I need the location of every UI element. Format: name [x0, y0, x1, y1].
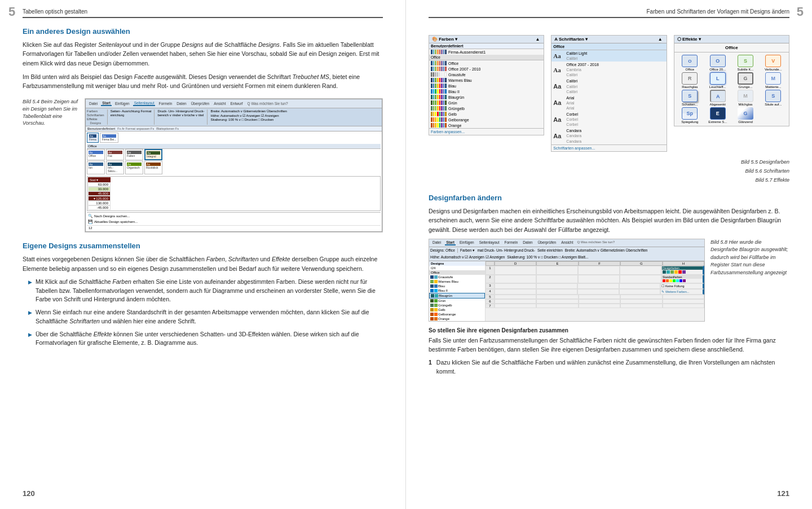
colors-panel-title: 🎨 Farben ▾	[432, 37, 457, 42]
gelborange-label: Gelborange	[448, 118, 469, 122]
font-corbel-details: Corbel Corbel Corbel	[566, 112, 578, 127]
design-office: Aa Office	[87, 149, 105, 160]
fig58-tab-ueberpruefen: Überprüfen	[537, 240, 558, 245]
effect-extremes[interactable]: E Extreme S...	[704, 107, 731, 124]
fig58-col-headers: D E F G H	[486, 261, 704, 266]
effects-panel-title: ⬡ Effekte ▾	[677, 37, 701, 42]
colors-firma[interactable]: Firma-Aussendienst1	[429, 49, 544, 55]
design-ion: Aa Ion	[87, 161, 105, 174]
font-office2007[interactable]: Aa Office 2007 - 2018 Cambria Calibri	[551, 62, 666, 78]
font-office-item[interactable]: Aa Calibri Light Calibri	[551, 50, 666, 62]
colors-scroll-up[interactable]: ▲	[534, 37, 541, 42]
colors-panel-header: 🎨 Farben ▾ ▲	[429, 36, 544, 43]
effect-subtile[interactable]: S Subtile K...	[732, 55, 758, 71]
design-row: Benutzerdefiniert Fx Ar Format anpassen …	[86, 126, 382, 131]
colors-gruengelb[interactable]: Grüngelb	[429, 106, 544, 111]
gelb-label: Gelb	[448, 112, 457, 116]
font-calibri-details: Calibri Calibri Calibri	[566, 78, 577, 94]
colors-blaugruen[interactable]: Blaugrün	[429, 94, 544, 100]
orange-swatch	[431, 123, 447, 128]
colors-office2007[interactable]: Office 2007 - 2010	[429, 66, 544, 72]
effect-rauchglas[interactable]: R Rauchglas	[677, 72, 703, 89]
excel-table-preview: Süd ▾ 63.000 33.000 45.000 ▾ 125.000 130…	[87, 176, 381, 211]
blau2-swatch	[431, 89, 447, 94]
effect-office[interactable]: O Office	[677, 55, 703, 71]
colors-graustufe[interactable]: Graustufe	[429, 72, 544, 77]
section2-heading: Eigene Designs zusammenstellen	[23, 242, 383, 250]
fonts-anpassen-link[interactable]: Schriftarten anpassen...	[551, 144, 666, 151]
effect-leuchteff[interactable]: L Leuchteff...	[704, 72, 731, 89]
fig58-data-row5: 5	[486, 295, 704, 299]
effect-milchglas[interactable]: M Milchglas	[732, 90, 758, 106]
colors-blau2[interactable]: Blau II	[429, 89, 544, 94]
blau2-label: Blau II	[448, 90, 460, 94]
font-corbel-preview: Aa	[553, 116, 564, 123]
font-office-name: Office	[553, 45, 664, 49]
office2007-swatch	[431, 67, 447, 71]
ribbon-tab-entwurf: Entwurf	[230, 102, 244, 106]
ribbon-tab-formeln: Formeln	[157, 102, 173, 106]
ribbon-tab-ueberpruefen: Überprüfen	[190, 102, 211, 106]
section2-intro: Statt eines vorgegebenen Designs können …	[23, 254, 383, 273]
colors-gelb[interactable]: Gelb	[429, 111, 544, 117]
effect-grunge[interactable]: G Grunge...	[732, 72, 758, 89]
fonts-scroll-up[interactable]: ▲	[657, 37, 664, 42]
ribbon-tab-ansicht: Ansicht	[213, 102, 227, 106]
blaugruen-swatch	[431, 95, 447, 99]
colors-anpassen-link[interactable]: Farben anpassen...	[429, 128, 544, 135]
office-swatch	[431, 61, 447, 65]
excel-screenshot-54: Datei Start Einfügen Seitenlayout Formel…	[85, 99, 382, 232]
blau-label: Blau	[448, 84, 456, 88]
font-calibri[interactable]: Aa Calibri Calibri Calibri	[551, 78, 666, 94]
bullet-arrow-3: ▶	[28, 331, 32, 348]
colors-blau[interactable]: Blau	[429, 83, 544, 89]
bullet-list: ▶ Mit Klick auf die Schaltfläche Farben …	[28, 278, 383, 348]
gruengelb-label: Grüngelb	[448, 107, 465, 111]
fig58-search: Q Was möchten Sie tun?	[577, 240, 615, 245]
colors-orange[interactable]: Orange	[429, 122, 544, 128]
blaugruen-label: Blaugrün	[448, 95, 464, 99]
font-candara[interactable]: Aa Candara Candara Candara	[551, 128, 666, 144]
ribbon-tab-einfuegen: Einfügen	[114, 102, 131, 106]
step-1: 1 Dazu klicken Sie auf die Schaltfläche …	[429, 358, 789, 376]
warmesblau-label: Warmes Blau	[448, 78, 472, 82]
step1-text: Dazu klicken Sie auf die Schaltfläche Fa…	[436, 358, 789, 376]
office-label: Office	[448, 62, 458, 65]
page-header-left: Tabellen optisch gestalten	[23, 8, 87, 15]
colors-warmesblau[interactable]: Warmes Blau	[429, 77, 544, 83]
font-office-header: Office	[551, 43, 666, 50]
designs-group: Farben Schriftarten Effekte Designs	[87, 109, 104, 125]
colors-office[interactable]: Office	[429, 60, 544, 66]
design-rueckblick: Aa Rückblick	[144, 161, 162, 174]
colors-gruen[interactable]: Grün	[429, 100, 544, 106]
design-section-office: Office	[87, 144, 381, 149]
colors-panel: 🎨 Farben ▾ ▲ Benutzerdefiniert Firma-Aus…	[429, 35, 544, 135]
effect-spiegelung[interactable]: Sp Spiegelung	[677, 107, 703, 124]
font-corbel[interactable]: Aa Corbel Corbel Corbel	[551, 111, 666, 128]
ribbon-search: Q Was möchten Sie tun?	[246, 102, 289, 106]
fig58-tab-ansicht: Ansicht	[560, 240, 574, 245]
effect-saeule[interactable]: S Säule auf...	[760, 90, 787, 106]
ribbon-tab-daten: Daten	[175, 102, 187, 106]
fig58-tab-daten: Daten	[522, 240, 533, 245]
design-firma-bei: Aa Firma Bei...	[100, 133, 119, 143]
design-integral: Aa Integral	[144, 149, 162, 160]
office2007-label: Office 2007 - 2010	[448, 67, 480, 71]
font-arial[interactable]: Aa Arial Arial Arial	[551, 95, 666, 111]
ribbon-tab-start: Start	[101, 101, 112, 106]
effect-verbunde[interactable]: V Verbunde...	[760, 55, 787, 71]
effect-mattierte[interactable]: M Mattierte...	[760, 72, 787, 89]
colors-gelborange[interactable]: Gelborange	[429, 117, 544, 122]
effect-office20[interactable]: O Office 20...	[704, 55, 731, 71]
orange-label: Orange	[448, 124, 461, 128]
bullet-item-2: ▶ Wenn Sie einfach nur eine andere Stand…	[28, 308, 383, 326]
effect-schatten[interactable]: S Schatten...	[677, 90, 703, 106]
gelborange-swatch	[431, 117, 447, 122]
effect-abgesenkt[interactable]: A Abgesenkt	[704, 90, 731, 106]
bullet-item-1: ▶ Mit Klick auf die Schaltfläche Farben …	[28, 278, 383, 304]
effect-glaenzend[interactable]: G Glänzend	[732, 107, 758, 124]
figure-captions-right: Bild 5.5 Designfarben Bild 5.6 Schriftar…	[429, 157, 789, 185]
figure-54: Bild 5.4 Beim Zeigen auf ein Design sehe…	[23, 98, 383, 232]
fig58-table: D E F G H 1 Designfarben	[486, 261, 704, 321]
right-page: 5 Farben und Schriftarten der Vorlagen m…	[406, 0, 812, 509]
